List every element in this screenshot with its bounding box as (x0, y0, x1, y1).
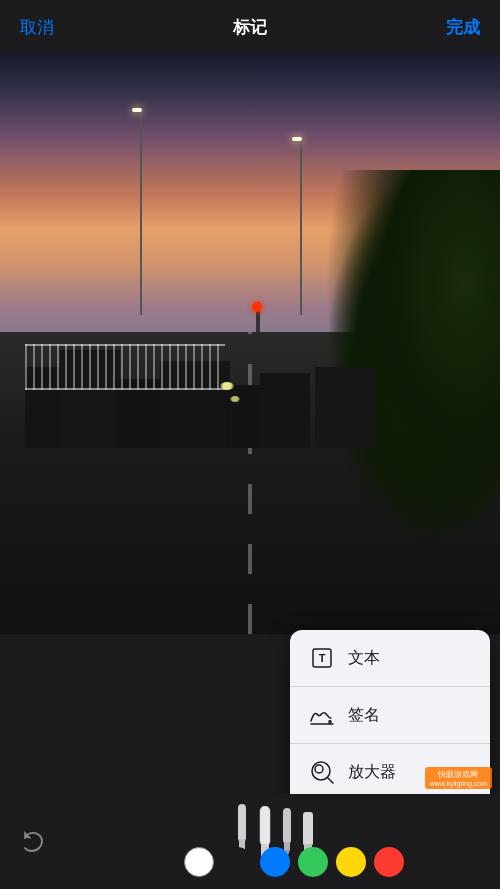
building (315, 367, 375, 448)
color-swatch-white[interactable] (184, 847, 214, 877)
street-light-head (292, 137, 302, 141)
watermark-text: 快眼游戏网 www.kyilgting.com (425, 767, 492, 789)
popup-signature-label: 签名 (348, 705, 380, 726)
color-swatch-green[interactable] (298, 847, 328, 877)
svg-text:T: T (319, 652, 326, 664)
page-title: 标记 (233, 16, 267, 39)
signature-icon (308, 701, 336, 729)
svg-point-4 (315, 765, 323, 773)
building (225, 385, 265, 449)
color-swatch-blue[interactable] (260, 847, 290, 877)
color-swatch-red[interactable] (374, 847, 404, 877)
photo-area (0, 54, 500, 634)
traffic-light (256, 302, 260, 332)
magnifier-icon (308, 758, 336, 786)
done-button[interactable]: 完成 (446, 16, 480, 39)
photo-canvas (0, 54, 500, 634)
watermark-url: www.kyilgting.com (430, 780, 487, 787)
svg-rect-18 (303, 812, 313, 846)
popup-magnifier-label: 放大器 (348, 762, 396, 783)
toolbar (0, 794, 500, 889)
color-swatch-black[interactable] (222, 847, 252, 877)
color-swatch-yellow[interactable] (336, 847, 366, 877)
svg-line-5 (328, 778, 333, 783)
headlight (230, 396, 240, 402)
svg-rect-15 (283, 808, 291, 844)
street-light-pole (300, 141, 302, 315)
top-bar: 取消 标记 完成 (0, 0, 500, 54)
undo-button[interactable] (14, 823, 52, 861)
left-overlay (0, 744, 258, 794)
popup-item-signature[interactable]: 签名 (290, 687, 490, 744)
svg-rect-12 (260, 806, 270, 846)
street-light-pole (140, 112, 142, 315)
fence-area (25, 344, 225, 390)
building (260, 373, 310, 448)
watermark: 快眼游戏网 www.kyilgting.com (425, 767, 492, 789)
cancel-button[interactable]: 取消 (20, 16, 54, 39)
text-icon: T (308, 644, 336, 672)
color-swatches (184, 847, 404, 877)
popup-text-label: 文本 (348, 648, 380, 669)
street-light-head (132, 108, 142, 112)
popup-item-text[interactable]: T 文本 (290, 630, 490, 687)
pen-tools (0, 804, 500, 880)
watermark-site-name: 快眼游戏网 (430, 769, 487, 780)
svg-rect-9 (238, 804, 246, 842)
